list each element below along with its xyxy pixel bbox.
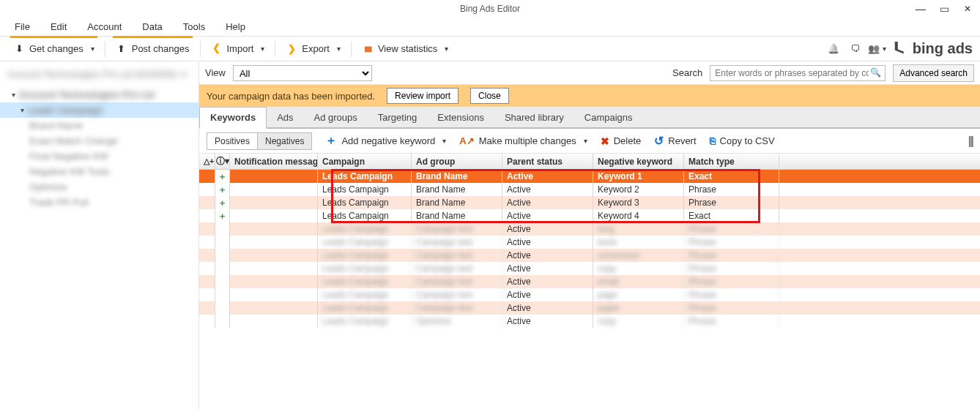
row-negative-keyword: paper [593,301,684,315]
tree-adgroup[interactable]: Negative KW Tools [0,164,198,179]
separator [351,41,352,57]
tree-adgroup[interactable]: Final Negative KW [0,149,198,164]
row-ad-group: Campaign text [412,262,502,275]
tree-campaign[interactable]: ▾Leads Campaign [0,102,198,118]
import-icon [211,43,223,55]
revert-button[interactable]: ↺ Revert [654,134,696,148]
row-parent-status: Active [502,249,593,262]
col-ad-group[interactable]: Ad group [412,154,502,169]
review-import-button[interactable]: Review import [387,88,459,104]
plus-icon: ＋ [325,133,337,149]
tab-targeting[interactable]: Targeting [368,108,427,127]
tab-campaigns[interactable]: Campaigns [574,108,643,127]
notification-message: Your campaign data has been imported. [207,91,375,102]
row-parent-status: Active [502,301,593,315]
row-campaign: Leads Campaign [318,183,412,196]
positives-tab[interactable]: Positives [207,133,257,149]
table-row[interactable]: +Leads CampaignBrand NameActiveKeyword 1… [199,170,980,183]
table-row[interactable]: Leads CampaignCampaign textActivepagePhr… [199,288,980,301]
col-delta[interactable]: △+ [199,154,215,169]
search-icon[interactable]: 🔍 [870,67,881,78]
export-button[interactable]: Export [278,39,348,59]
tree-adgroup[interactable]: Trade PR Pull [0,195,198,210]
close-notification-button[interactable]: Close [470,88,509,104]
row-status-icon: + [215,196,230,209]
account-people-icon[interactable] [872,43,883,55]
menu-edit[interactable]: Edit [40,18,77,35]
advanced-search-button[interactable]: Advanced search [893,64,974,82]
notifications-icon[interactable] [828,43,839,55]
view-statistics-button[interactable]: View statistics [354,39,456,59]
tab-extensions[interactable]: Extensions [427,108,494,127]
row-delta [199,222,215,236]
view-select[interactable]: All [233,65,372,81]
row-delta [199,262,215,275]
upload-icon [116,43,127,55]
col-parent-status[interactable]: Parent status [502,154,593,169]
main-toolbar: Get changes Post changes Import Export V… [0,37,980,61]
col-match-type[interactable]: Match type [684,154,779,169]
tab-shared-library[interactable]: Shared library [494,108,574,127]
post-changes-button[interactable]: Post changes [108,39,197,59]
col-notification[interactable]: Notification message [230,154,318,169]
table-row[interactable]: Leads CampaignCampaign textActivecopyPhr… [199,262,980,275]
menu-account[interactable]: Account [77,18,132,35]
row-negative-keyword: copy [593,262,684,275]
row-notification [230,170,318,183]
close-window-button[interactable]: ✕ [961,4,974,14]
row-ad-group: Campaign text [412,301,502,315]
search-input[interactable] [710,65,886,81]
menu-file[interactable]: File [4,18,40,35]
table-row[interactable]: Leads CampaignCampaign textActivelongPhr… [199,222,980,236]
account-selector[interactable]: Account Technologies Pvt Ltd 00100000▾ [0,66,198,83]
row-parent-status: Active [502,170,593,183]
col-info[interactable]: ⓘ▾ [215,154,230,169]
tab-keywords[interactable]: Keywords [199,107,267,129]
delete-button[interactable]: ✖ Delete [601,135,642,147]
row-delta [199,196,215,209]
negatives-tab[interactable]: Negatives [257,133,311,149]
get-changes-button[interactable]: Get changes [6,39,102,59]
table-row[interactable]: +Leads CampaignBrand NameActiveKeyword 3… [199,196,980,209]
tree-adgroup[interactable]: Brand Name [0,118,198,133]
row-ad-group: Campaign text [412,288,502,301]
tab-ads[interactable]: Ads [267,108,303,127]
col-campaign[interactable]: Campaign [318,154,412,169]
table-row[interactable]: +Leads CampaignBrand NameActiveKeyword 4… [199,209,980,222]
restore-button[interactable]: ▭ [938,3,951,15]
add-negative-keyword-button[interactable]: ＋ Add negative keyword [325,133,446,149]
menu-tools[interactable]: Tools [173,18,215,35]
menu-help[interactable]: Help [215,18,256,35]
table-row[interactable]: Leads CampaignOptimizeActivecopyPhrase [199,315,980,328]
entity-tabs: Keywords Ads Ad groups Targeting Extensi… [199,107,980,129]
table-row[interactable]: Leads CampaignCampaign textActiveconvers… [199,249,980,262]
column-picker-button[interactable]: ||| [968,135,973,148]
tab-ad-groups[interactable]: Ad groups [304,108,368,127]
table-row[interactable]: +Leads CampaignBrand NameActiveKeyword 2… [199,183,980,196]
pos-neg-toggle: Positives Negatives [207,132,312,150]
row-campaign: Leads Campaign [318,209,412,222]
row-match-type: Phrase [684,315,779,328]
row-match-type: Phrase [684,196,779,209]
row-status-icon [215,236,230,249]
copy-to-csv-button[interactable]: ⎘ Copy to CSV [710,135,775,146]
row-parent-status: Active [502,275,593,288]
table-row[interactable]: Leads CampaignCampaign textActiveemailPh… [199,275,980,288]
row-match-type: Exact [684,170,779,183]
table-row[interactable]: Leads CampaignCampaign textActivepaperPh… [199,301,980,315]
minimize-button[interactable]: — [914,3,927,15]
tree-adgroup[interactable]: Exact Match Change [0,133,198,149]
tree-adgroup[interactable]: Optimize [0,179,198,195]
table-row[interactable]: Leads CampaignCampaign textActivebookPhr… [199,236,980,249]
row-parent-status: Active [502,236,593,249]
row-campaign: Leads Campaign [318,315,412,328]
make-multiple-changes-button[interactable]: A↗ Make multiple changes [459,135,587,146]
row-notification [230,183,318,196]
import-button[interactable]: Import [204,39,272,59]
keywords-toolbar: Positives Negatives ＋ Add negative keywo… [199,129,980,154]
tree-root-account[interactable]: ▾Account Technologies Pvt Ltd [0,87,198,102]
feedback-icon[interactable] [850,43,861,55]
row-delta [199,183,215,196]
col-negative-keyword[interactable]: Negative keyword [593,154,684,169]
menu-data[interactable]: Data [132,18,172,35]
